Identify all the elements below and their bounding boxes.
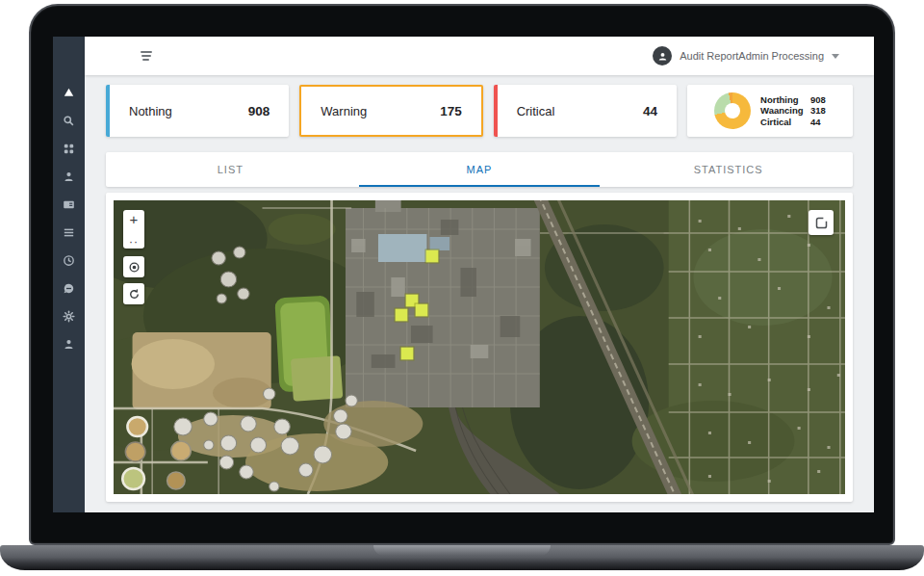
sidebar-search-icon[interactable] <box>53 107 85 135</box>
sidebar-apps-grid-icon[interactable] <box>53 135 85 163</box>
content: Nothing 908 Warning 175 Critical 44 <box>85 75 874 512</box>
card-nothing-value: 908 <box>248 104 270 118</box>
tab-list[interactable]: LIST <box>106 152 355 187</box>
zoom-in-icon[interactable]: + <box>130 213 139 226</box>
card-nothing[interactable]: Nothing 908 <box>106 85 289 137</box>
laptop-bezel: Audit ReportAdmin Processing Nothing 908… <box>29 4 895 545</box>
laptop-base <box>0 545 924 570</box>
legend-row: Cirtical44 <box>760 117 826 128</box>
fullscreen-icon <box>814 216 829 230</box>
tab-map[interactable]: MAP <box>355 152 604 187</box>
sidebar-clock-icon[interactable] <box>53 247 85 275</box>
summary-cards-row: Nothing 908 Warning 175 Critical 44 <box>106 85 853 137</box>
legend-row: Northing908 <box>760 94 826 106</box>
map-zoom-control[interactable]: + ·· <box>123 210 144 249</box>
map-marker[interactable] <box>396 308 408 321</box>
sidebar <box>53 37 85 512</box>
map-marker[interactable] <box>425 249 438 262</box>
card-critical[interactable]: Critical 44 <box>494 85 677 137</box>
sidebar-chat-icon[interactable] <box>53 275 85 302</box>
sidebar-settings-gear-icon[interactable] <box>53 302 85 330</box>
tab-statistics[interactable]: STATISTICS <box>603 152 853 187</box>
map-card: + ·· <box>106 193 853 502</box>
donut-legend: Northing908Waancing318Cirtical44 <box>760 94 826 128</box>
map-locate-button[interactable] <box>123 256 144 277</box>
map-marker[interactable] <box>400 347 413 359</box>
satellite-imagery <box>114 200 845 494</box>
menu-filter-icon[interactable] <box>141 51 152 61</box>
sidebar-logo-triangle-icon[interactable] <box>53 79 85 107</box>
user-label: Audit ReportAdmin Processing <box>680 50 824 62</box>
user-menu[interactable]: Audit ReportAdmin Processing <box>653 46 839 65</box>
card-nothing-label: Nothing <box>129 104 172 118</box>
zoom-out-icon[interactable]: ·· <box>129 238 139 246</box>
view-tabs: LIST MAP STATISTICS <box>106 152 853 187</box>
card-critical-label: Critical <box>517 104 555 118</box>
laptop-mockup: Audit ReportAdmin Processing Nothing 908… <box>0 0 924 576</box>
card-warning-label: Warning <box>321 104 367 118</box>
avatar-icon <box>653 46 672 65</box>
card-warning-value: 175 <box>440 104 462 118</box>
sidebar-media-card-icon[interactable] <box>53 191 85 219</box>
main-area: Audit ReportAdmin Processing Nothing 908… <box>85 37 874 512</box>
card-critical-value: 44 <box>643 104 657 118</box>
chevron-down-icon <box>832 54 839 59</box>
sidebar-account-icon[interactable] <box>53 330 85 358</box>
dashboard: Audit ReportAdmin Processing Nothing 908… <box>53 37 874 512</box>
legend-row: Waancing318 <box>760 105 826 117</box>
map-fullscreen-button[interactable] <box>808 210 834 235</box>
sidebar-list-icon[interactable] <box>53 219 85 247</box>
sidebar-person-icon[interactable] <box>53 163 85 191</box>
card-warning[interactable]: Warning 175 <box>299 85 482 137</box>
refresh-icon <box>128 288 141 301</box>
donut-chart <box>714 92 751 129</box>
app-bar: Audit ReportAdmin Processing <box>85 37 874 75</box>
map-refresh-button[interactable] <box>123 283 144 304</box>
locate-icon <box>128 261 141 274</box>
map-marker[interactable] <box>415 304 427 317</box>
map-satellite-view[interactable]: + ·· <box>114 200 845 494</box>
card-donut-summary[interactable]: Northing908Waancing318Cirtical44 <box>687 85 853 137</box>
